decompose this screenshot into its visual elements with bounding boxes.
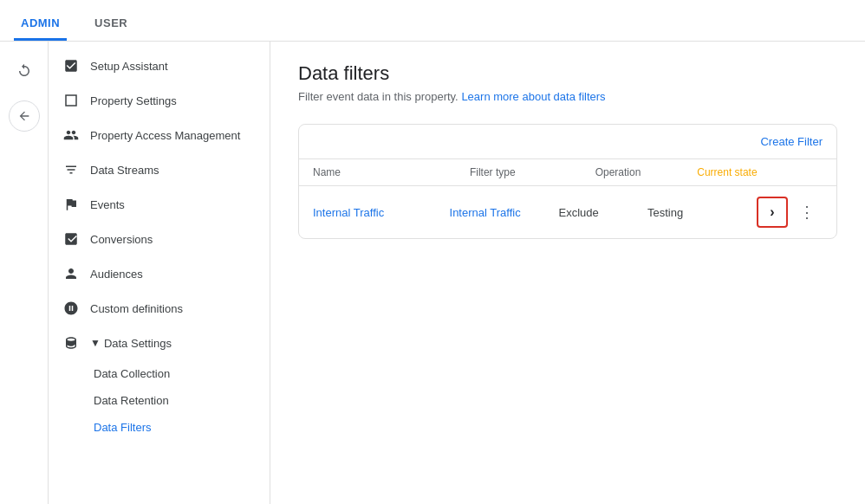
sidebar-item-label: Custom definitions [90, 302, 183, 315]
flag-icon [62, 196, 80, 213]
chevron-down-icon: ▼ [90, 337, 101, 349]
sidebar-item-label: Property Settings [90, 94, 177, 107]
tab-user[interactable]: USER [88, 6, 134, 41]
back-button[interactable] [9, 100, 40, 132]
tab-admin[interactable]: ADMIN [14, 6, 67, 41]
cell-current-state: Testing [647, 206, 757, 219]
square-icon [62, 92, 80, 109]
col-header-operation: Operation [595, 166, 698, 178]
row-actions: › ⋮ [757, 197, 823, 228]
sidebar-item-audiences[interactable]: Audiences [49, 256, 270, 291]
sidebar-item-label: Audiences [90, 268, 143, 281]
conversions-icon [62, 230, 80, 248]
top-nav: ADMIN USER [0, 0, 865, 42]
data-filters-table: Create Filter Name Filter type Operation… [298, 124, 837, 239]
row-more-button[interactable]: ⋮ [791, 197, 823, 228]
sidebar-item-label: Data Streams [90, 164, 159, 177]
sidebar-item-setup-assistant[interactable]: Setup Assistant [49, 48, 270, 83]
col-header-name: Name [313, 166, 470, 178]
sidebar-item-custom-definitions[interactable]: Custom definitions [49, 291, 270, 326]
sidebar-item-label: Setup Assistant [90, 60, 168, 73]
sidebar-item-label: Conversions [90, 233, 153, 246]
col-header-current-state: Current state [697, 166, 823, 178]
sidebar-item-data-settings[interactable]: ▼ Data Settings [49, 326, 270, 360]
cell-name[interactable]: Internal Traffic [313, 206, 450, 219]
learn-more-link[interactable]: Learn more about data filters [461, 90, 605, 103]
table-header-row: Create Filter [299, 125, 836, 159]
sidebar-item-label: Property Access Management [90, 129, 240, 142]
people-icon [62, 126, 80, 144]
sidebar-item-conversions[interactable]: Conversions [49, 222, 270, 256]
sidebar-item-property-access[interactable]: Property Access Management [49, 118, 270, 152]
cell-operation: Exclude [559, 206, 647, 219]
main-content: Data filters Filter event data in this p… [270, 42, 865, 504]
sidebar-item-label: Data Settings [104, 337, 172, 350]
check-box-icon [62, 57, 80, 74]
table-col-headers: Name Filter type Operation Current state [299, 159, 836, 186]
page-title: Data filters [298, 62, 837, 85]
sidebar-item-label: Events [90, 198, 125, 211]
row-expand-button[interactable]: › [757, 197, 788, 228]
layout: Setup Assistant Property Settings Proper… [0, 42, 865, 504]
table-row: Internal Traffic Internal Traffic Exclud… [299, 186, 836, 238]
sidebar-sub-item-data-retention[interactable]: Data Retention [49, 387, 270, 414]
cell-filter-type: Internal Traffic [450, 206, 559, 219]
streams-icon [62, 161, 80, 178]
create-filter-button[interactable]: Create Filter [760, 135, 823, 148]
refresh-icon[interactable] [9, 55, 40, 87]
custom-icon [62, 300, 80, 317]
sidebar-item-property-settings[interactable]: Property Settings [49, 83, 270, 118]
sidebar-sub-item-data-collection[interactable]: Data Collection [49, 360, 270, 387]
col-header-filter-type: Filter type [470, 166, 595, 178]
sidebar: Setup Assistant Property Settings Proper… [49, 42, 270, 504]
sidebar-item-data-streams[interactable]: Data Streams [49, 152, 270, 187]
page-subtitle: Filter event data in this property. Lear… [298, 90, 837, 103]
sidebar-item-events[interactable]: Events [49, 187, 270, 222]
audiences-icon [62, 265, 80, 282]
database-icon [62, 334, 80, 352]
left-strip [0, 42, 49, 504]
sidebar-sub-item-data-filters[interactable]: Data Filters [49, 414, 270, 441]
